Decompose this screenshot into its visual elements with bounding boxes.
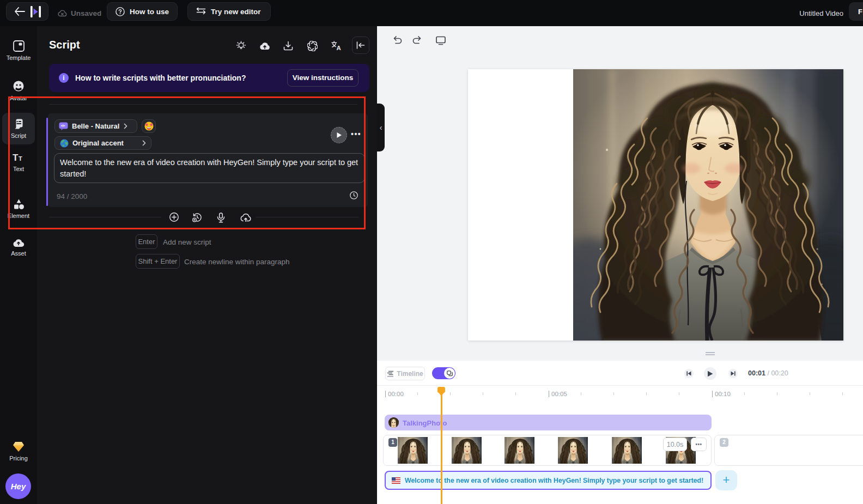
svg-text:A: A [337, 45, 341, 51]
